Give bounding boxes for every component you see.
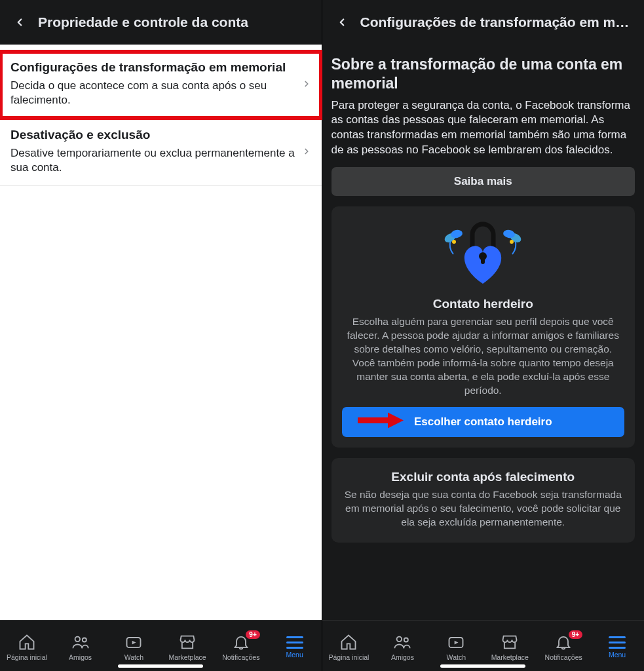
tab-notifications[interactable]: 9+ Notificações — [537, 633, 590, 661]
marketplace-icon — [178, 633, 197, 651]
tab-label: Notificações — [222, 653, 259, 661]
tab-friends[interactable]: Amigos — [375, 633, 429, 661]
home-indicator — [440, 664, 525, 668]
notification-badge: 9+ — [246, 630, 259, 639]
back-button[interactable] — [330, 10, 354, 34]
bottom-tabbar: Página inicial Amigos Watch Marketplace … — [322, 620, 645, 671]
friends-icon — [393, 633, 411, 651]
card-title: Contato herdeiro — [342, 297, 625, 311]
tab-watch[interactable]: Watch — [429, 633, 483, 661]
list-item-desc: Decida o que acontece com a sua conta ap… — [10, 79, 298, 107]
section-title: Sobre a transformação de uma conta em me… — [331, 55, 635, 93]
tab-label: Marketplace — [491, 653, 529, 661]
settings-list: Configurações de transformação em memori… — [0, 45, 322, 620]
marketplace-icon — [501, 633, 519, 651]
svg-point-9 — [510, 240, 514, 244]
chevron-right-icon — [302, 79, 311, 88]
back-button[interactable] — [8, 10, 31, 34]
svg-marker-13 — [388, 412, 404, 428]
chevron-right-icon — [302, 147, 311, 156]
menu-icon — [609, 636, 626, 649]
watch-icon — [447, 633, 465, 651]
screen-memorialization: Configurações de transformação em mem...… — [322, 0, 645, 671]
legacy-contact-card: Contato herdeiro Escolha alguém para ger… — [331, 206, 635, 448]
home-icon — [18, 633, 36, 651]
tab-label: Página inicial — [329, 653, 369, 661]
tab-notifications[interactable]: 9+ Notificações — [214, 633, 268, 661]
svg-rect-11 — [481, 256, 485, 264]
tab-label: Watch — [447, 653, 466, 661]
card-desc: Se não deseja que sua conta do Facebook … — [342, 488, 625, 529]
delete-after-death-card: Excluir conta após falecimento Se não de… — [331, 458, 635, 543]
menu-icon — [286, 636, 303, 649]
home-icon — [339, 633, 358, 651]
memorialization-settings-item[interactable]: Configurações de transformação em memori… — [0, 51, 322, 119]
content: Sobre a transformação de uma conta em me… — [322, 45, 645, 620]
tab-label: Amigos — [69, 653, 92, 661]
list-item-title: Configurações de transformação em memori… — [10, 60, 298, 75]
tab-label: Página inicial — [7, 653, 47, 661]
friends-icon — [71, 633, 90, 651]
screen-account-ownership: Propriedade e controle da conta Configur… — [0, 0, 322, 671]
watch-icon — [124, 633, 143, 651]
tab-home[interactable]: Página inicial — [322, 633, 376, 661]
tab-friends[interactable]: Amigos — [54, 633, 107, 661]
tab-menu[interactable]: Menu — [268, 636, 322, 659]
svg-point-0 — [75, 637, 79, 642]
svg-point-14 — [397, 637, 402, 642]
card-desc: Escolha alguém para gerenciar seu perfil… — [342, 315, 625, 398]
header: Propriedade e controle da conta — [0, 0, 322, 45]
bottom-tabbar: Página inicial Amigos Watch Marketplace … — [0, 620, 322, 671]
learn-more-button[interactable]: Saiba mais — [331, 167, 635, 196]
header: Configurações de transformação em mem... — [322, 0, 645, 45]
card-title: Excluir conta após falecimento — [342, 470, 625, 484]
tab-label: Watch — [124, 653, 143, 661]
tab-label: Menu — [609, 651, 626, 659]
section-desc: Para proteger a segurança da conta, o Fa… — [331, 98, 635, 159]
chevron-left-icon — [336, 16, 348, 28]
notification-badge: 9+ — [569, 630, 582, 639]
svg-point-15 — [404, 638, 408, 642]
tab-label: Marketplace — [169, 653, 206, 661]
tab-watch[interactable]: Watch — [107, 633, 161, 661]
deactivation-deletion-item[interactable]: Desativação e exclusão Desative temporar… — [0, 119, 322, 186]
list-item-title: Desativação e exclusão — [10, 128, 298, 142]
home-indicator — [118, 664, 203, 668]
button-label: Escolher contato herdeiro — [414, 415, 552, 428]
svg-marker-17 — [455, 641, 459, 645]
svg-point-6 — [452, 240, 456, 244]
tab-label: Menu — [286, 651, 303, 659]
chevron-left-icon — [14, 16, 26, 28]
annotation-arrow-icon — [356, 411, 404, 432]
tab-label: Notificações — [545, 653, 582, 661]
tab-home[interactable]: Página inicial — [0, 633, 54, 661]
tab-marketplace[interactable]: Marketplace — [483, 633, 537, 661]
svg-marker-3 — [132, 641, 136, 645]
tab-marketplace[interactable]: Marketplace — [161, 633, 214, 661]
tab-menu[interactable]: Menu — [590, 636, 644, 659]
choose-legacy-contact-button[interactable]: Escolher contato herdeiro — [342, 407, 625, 437]
page-title: Configurações de transformação em mem... — [360, 14, 637, 30]
svg-point-1 — [82, 638, 86, 642]
heart-lock-icon — [437, 218, 529, 290]
tab-label: Amigos — [391, 653, 414, 661]
page-title: Propriedade e controle da conta — [38, 14, 314, 30]
list-item-desc: Desative temporariamente ou exclua perma… — [10, 146, 298, 175]
